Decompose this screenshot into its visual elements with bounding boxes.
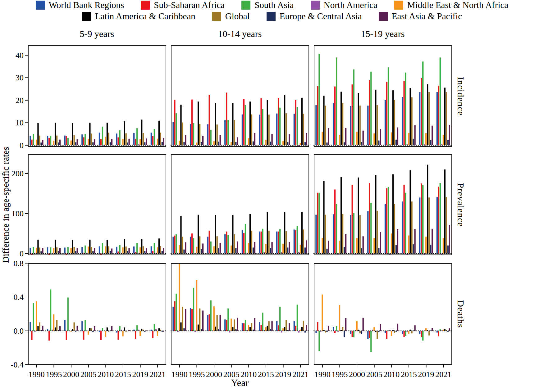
bar-world-bank-regions-2005 [224, 120, 226, 145]
legend-item: Europe & Central Asia [267, 12, 362, 21]
y-tick-label: 10 [16, 118, 24, 127]
legend-item: Global [212, 12, 250, 21]
x-tick-label: 2021 [435, 370, 451, 379]
bar-world-bank-regions-2000 [64, 136, 66, 145]
bar-world-bank-regions-1995 [47, 136, 48, 145]
bar-middle-east-north-africa-2019 [282, 328, 284, 331]
bar-south-asia-2015 [262, 109, 263, 145]
x-tick-label: 2019 [132, 370, 149, 379]
bar-east-asia-pacific-2000 [363, 131, 364, 145]
column-title-5-9: 5-9 years [80, 29, 114, 39]
bar-sub-saharan-africa-2000 [209, 314, 210, 331]
bar-middle-east-north-africa-1995 [196, 247, 197, 254]
bar-global-2019 [143, 246, 144, 254]
bar-latin-america-caribbean-1995 [55, 240, 56, 253]
bar-south-asia-2021 [440, 57, 441, 145]
bar-global-2015 [268, 231, 269, 254]
bar-latin-america-caribbean-1990 [180, 322, 181, 331]
bar-sub-saharan-africa-2019 [421, 331, 422, 337]
bar-south-asia-1995 [50, 247, 51, 254]
bar-global-2010 [251, 231, 252, 254]
bar-east-asia-pacific-1990 [185, 135, 186, 145]
bar-world-bank-regions-2021 [151, 133, 152, 145]
bar-east-asia-pacific-1990 [328, 128, 329, 145]
bar-east-asia-pacific-1990 [328, 241, 329, 254]
x-tick-label: 2019 [275, 370, 291, 379]
bar-east-asia-pacific-2019 [432, 126, 433, 145]
bar-europe-central-asia-2005 [92, 142, 94, 145]
bar-east-asia-pacific-2021 [163, 138, 164, 145]
bar-latin-america-caribbean-2019 [141, 239, 142, 254]
bar-sub-saharan-africa-2015 [403, 81, 405, 145]
bar-east-asia-pacific-2005 [94, 326, 95, 331]
bar-sub-saharan-africa-2015 [260, 232, 262, 254]
bar-sub-saharan-africa-2015 [117, 137, 119, 145]
bar-latin-america-caribbean-1990 [37, 123, 39, 145]
bar-east-asia-pacific-2021 [163, 248, 164, 253]
panel-incidence-15-19-years [314, 45, 452, 147]
bar-east-asia-pacific-2005 [94, 248, 95, 253]
bar-latin-america-caribbean-1990 [180, 216, 181, 254]
bar-europe-central-asia-2000 [361, 142, 362, 145]
bar-sub-saharan-africa-2010 [386, 331, 387, 339]
bar-latin-america-caribbean-2000 [72, 123, 73, 145]
bar-latin-america-caribbean-1990 [323, 181, 324, 253]
bar-south-asia-2019 [136, 128, 138, 145]
bar-europe-central-asia-2019 [430, 140, 431, 145]
bar-south-asia-2015 [262, 313, 263, 331]
bar-middle-east-north-africa-2005 [373, 327, 375, 331]
bar-latin-america-caribbean-2019 [427, 84, 428, 145]
row-label-deaths: Deaths [455, 300, 466, 328]
bar-east-asia-pacific-2019 [432, 229, 433, 254]
bar-south-asia-1990 [318, 331, 320, 351]
bar-latin-america-caribbean-2015 [267, 100, 268, 145]
bar-middle-east-north-africa-2015 [265, 327, 266, 331]
bar-south-asia-1995 [193, 123, 194, 145]
bar-latin-america-caribbean-2019 [284, 212, 285, 254]
bar-sub-saharan-africa-1990 [31, 331, 32, 340]
bar-middle-east-north-africa-2005 [88, 246, 89, 254]
bar-middle-east-north-africa-1990 [179, 245, 180, 254]
bar-europe-central-asia-1990 [183, 328, 185, 331]
legend-item: North America [311, 1, 377, 10]
bar-east-asia-pacific-2021 [449, 225, 450, 254]
bar-global-2015 [268, 115, 269, 145]
bar-europe-central-asia-2000 [218, 142, 219, 145]
bar-latin-america-caribbean-2005 [232, 215, 233, 254]
bar-east-asia-pacific-2010 [254, 318, 255, 331]
bar-latin-america-caribbean-2019 [284, 327, 285, 331]
bar-middle-east-north-africa-1990 [322, 132, 323, 145]
bar-latin-america-caribbean-2021 [158, 328, 160, 331]
bar-latin-america-caribbean-1990 [37, 326, 39, 331]
bar-middle-east-north-africa-2015 [122, 331, 123, 336]
bar-world-bank-regions-1995 [190, 124, 191, 145]
legend-row-2: Latin America & CaribbeanGlobalEurope & … [0, 12, 544, 21]
bar-latin-america-caribbean-2005 [232, 103, 233, 145]
legend-item: Latin America & Caribbean [82, 12, 195, 21]
bar-middle-east-north-africa-2005 [373, 133, 375, 145]
y-tick-label: 100 [11, 209, 24, 218]
bar-middle-east-north-africa-2005 [373, 238, 375, 254]
bar-europe-central-asia-1990 [40, 142, 42, 145]
bar-south-asia-2010 [388, 187, 389, 254]
bar-east-asia-pacific-2015 [271, 134, 272, 145]
panel-deaths-10-14-years: 19901995200020052010201520192021 [171, 263, 309, 365]
bar-south-asia-2010 [102, 127, 103, 145]
bar-sub-saharan-africa-2005 [83, 331, 84, 340]
bar-world-bank-regions-2005 [224, 234, 226, 254]
bar-east-asia-pacific-1990 [42, 326, 43, 331]
bar-south-asia-1990 [176, 294, 177, 331]
bar-east-asia-pacific-1990 [185, 309, 186, 331]
bar-latin-america-caribbean-2000 [358, 93, 359, 145]
bar-global-2005 [377, 331, 378, 339]
bar-global-2015 [411, 97, 412, 145]
bar-east-asia-pacific-1990 [42, 248, 43, 253]
bar-sub-saharan-africa-2005 [369, 331, 370, 338]
bar-sub-saharan-africa-1995 [191, 100, 193, 145]
bar-south-asia-2000 [210, 130, 212, 145]
x-tick-label: 2005 [80, 370, 97, 379]
bar-latin-america-caribbean-1995 [341, 177, 342, 254]
legend-swatch-icon [394, 1, 403, 10]
bar-europe-central-asia-2000 [361, 248, 362, 254]
legend-swatch-icon [141, 1, 150, 10]
